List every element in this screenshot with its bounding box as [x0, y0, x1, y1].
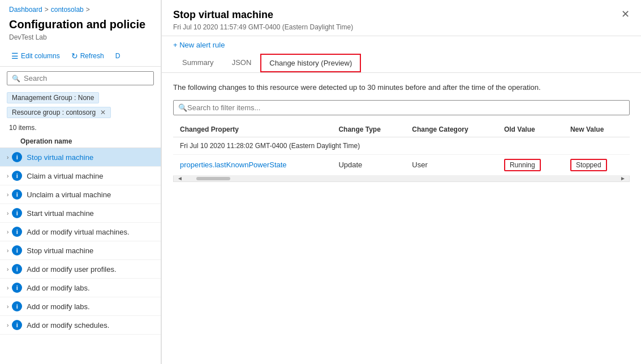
page-subtitle: DevTest Lab [0, 32, 161, 46]
list-item-text: Start virtual machine [27, 209, 94, 218]
scrollbar-thumb[interactable] [196, 177, 230, 180]
cell-old-value: Running [497, 154, 563, 175]
filter-management-group: Management Group : None [7, 92, 99, 103]
info-icon: i [12, 264, 22, 274]
list-item[interactable]: › i Add or modify labs. [0, 297, 161, 316]
chevron-icon: › [7, 285, 8, 291]
list-item[interactable]: › i Add or modify virtual machines. [0, 223, 161, 241]
chevron-icon: › [7, 192, 8, 198]
list-item[interactable]: › i Unclaim a virtual machine [0, 185, 161, 204]
detail-timestamp: Fri Jul 10 2020 11:57:49 GMT-0400 (Easte… [173, 23, 621, 31]
table-row: properties.lastKnownPowerState Update Us… [173, 154, 630, 175]
info-icon: i [12, 301, 22, 311]
chevron-icon: › [7, 322, 8, 328]
list-item-text: Add or modify virtual machines. [27, 228, 129, 236]
list-item[interactable]: › i Start virtual machine [0, 204, 161, 223]
list-item[interactable]: › i Stop virtual machine [0, 241, 161, 260]
edit-columns-label: Edit columns [21, 52, 60, 60]
chevron-icon: › [7, 266, 8, 272]
chevron-icon: › [7, 173, 8, 179]
list-item-text: Stop virtual machine [27, 246, 93, 255]
close-button[interactable]: ✕ [621, 9, 630, 19]
filter-management-group-label: Management Group : None [12, 94, 94, 102]
table-group-row: Fri Jul 10 2020 11:28:02 GMT-0400 (Easte… [173, 137, 630, 154]
info-icon: i [12, 227, 22, 237]
list-item-text: Stop virtual machine [27, 153, 93, 162]
scroll-right-icon[interactable]: ► [618, 176, 628, 182]
filter-resource-group-label: Resource group : contosorg [12, 109, 96, 116]
info-icon: i [12, 189, 22, 200]
detail-body: The following changes to this resource w… [162, 73, 641, 364]
diagnostics-button[interactable]: D [111, 50, 125, 62]
chevron-icon: › [7, 304, 8, 310]
list-items: › i Stop virtual machine › i Claim a vir… [0, 148, 161, 364]
new-alert-rule-button[interactable]: + New alert rule [173, 41, 630, 49]
breadcrumb-sep-1: > [45, 6, 49, 14]
breadcrumb-dashboard[interactable]: Dashboard [9, 6, 42, 14]
scroll-left-icon[interactable]: ◄ [175, 176, 185, 182]
left-panel: Dashboard > contosolab > Configuration a… [0, 0, 161, 364]
filter-search: 🔍 [173, 100, 630, 115]
filter-resource-group: Resource group : contosorg ✕ [7, 107, 111, 118]
col-change-type: Change Type [332, 122, 405, 137]
list-item[interactable]: › i Stop virtual machine [0, 148, 161, 167]
col-changed-property: Changed Property [173, 122, 332, 137]
edit-columns-button[interactable]: ☰ Edit columns [7, 49, 64, 63]
filter-resource-group-remove[interactable]: ✕ [100, 109, 106, 116]
col-new-value: New Value [563, 122, 630, 137]
info-icon: i [12, 320, 22, 330]
detail-pane: Stop virtual machine Fri Jul 10 2020 11:… [161, 0, 641, 364]
list-item-text: Add or modify schedules. [27, 321, 109, 330]
filter-search-icon: 🔍 [178, 103, 187, 112]
list-item-text: Add or modify user profiles. [27, 265, 116, 274]
chevron-icon: › [7, 248, 8, 254]
cell-change-category: User [405, 154, 497, 175]
old-value-badge: Running [504, 159, 541, 171]
column-header: Operation name [0, 135, 161, 148]
tab-change-history[interactable]: Change history (Preview) [260, 54, 361, 72]
breadcrumb-contosolab[interactable]: contosolab [51, 6, 84, 14]
info-icon: i [12, 152, 22, 162]
list-item[interactable]: › i Add or modify user profiles. [0, 260, 161, 279]
toolbar: ☰ Edit columns ↻ Refresh D [0, 46, 161, 67]
info-icon: i [12, 208, 22, 218]
scrollbar-track[interactable]: ◄ ► [174, 176, 629, 181]
tabs: Summary JSON Change history (Preview) [162, 54, 641, 73]
refresh-button[interactable]: ↻ Refresh [67, 49, 109, 63]
page-title: Configuration and policie [0, 16, 161, 32]
breadcrumb-sep-2: > [86, 6, 90, 14]
scrollbar-container: ◄ ► [173, 176, 630, 182]
detail-title: Stop virtual machine [173, 9, 621, 21]
info-icon: i [12, 171, 22, 181]
search-input[interactable] [24, 74, 149, 83]
info-icon: i [12, 283, 22, 293]
filters: Management Group : None Resource group :… [0, 90, 161, 120]
detail-title-area: Stop virtual machine Fri Jul 10 2020 11:… [173, 9, 621, 31]
group-label: Fri Jul 10 2020 11:28:02 GMT-0400 (Easte… [173, 137, 630, 154]
list-item[interactable]: › i Add or modify schedules. [0, 316, 161, 335]
cell-property: properties.lastKnownPowerState [173, 154, 332, 175]
cell-new-value: Stopped [563, 154, 630, 175]
diagnostics-label: D [115, 52, 121, 60]
new-alert-rule-label: + New alert rule [173, 41, 225, 49]
col-change-category: Change Category [405, 122, 497, 137]
info-icon: i [12, 245, 22, 255]
search-bar: 🔍 [7, 71, 154, 85]
refresh-icon: ↻ [71, 51, 78, 60]
new-value-badge: Stopped [570, 159, 607, 171]
cell-change-type: Update [332, 154, 405, 175]
detail-header: Stop virtual machine Fri Jul 10 2020 11:… [162, 0, 641, 36]
chevron-icon: › [7, 229, 8, 235]
property-link[interactable]: properties.lastKnownPowerState [180, 161, 287, 169]
tab-json[interactable]: JSON [223, 54, 261, 72]
col-old-value: Old Value [497, 122, 563, 137]
edit-columns-icon: ☰ [11, 51, 19, 60]
tab-summary[interactable]: Summary [173, 54, 223, 72]
list-item[interactable]: › i Claim a virtual machine [0, 167, 161, 185]
chevron-icon: › [7, 210, 8, 216]
breadcrumb: Dashboard > contosolab > [0, 0, 161, 16]
refresh-label: Refresh [80, 52, 104, 60]
list-item[interactable]: › i Add or modify labs. [0, 279, 161, 297]
filter-search-input[interactable] [187, 103, 625, 112]
change-description: The following changes to this resource w… [173, 82, 630, 93]
